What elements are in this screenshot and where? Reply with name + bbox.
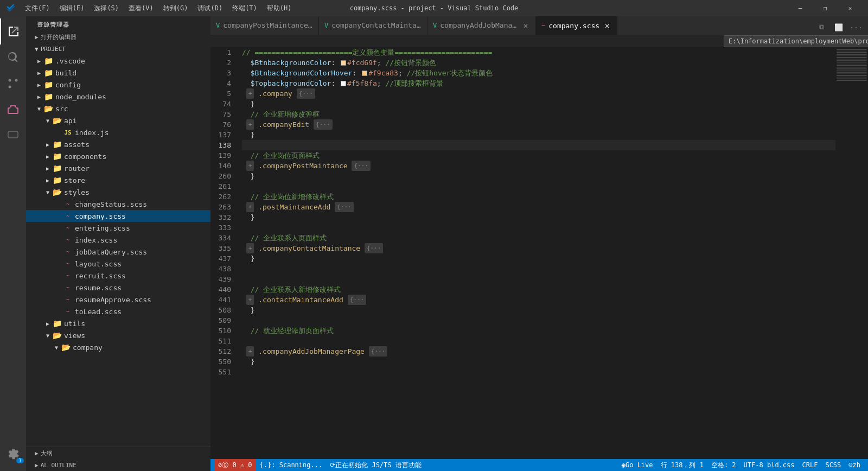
line-number: 2 xyxy=(210,58,238,68)
tab-company-scss[interactable]: ~ company.scss ✕ xyxy=(536,16,617,35)
tree-item-node-modules[interactable]: ▶ 📁 node_modules xyxy=(26,91,210,103)
line-number: 437 xyxy=(210,253,238,264)
code-token: #f9ca83 xyxy=(368,68,398,78)
line-number: 333 xyxy=(210,222,238,233)
line-number: 440 xyxy=(210,284,238,295)
svg-rect-3 xyxy=(8,131,18,138)
al-outline-header[interactable]: ▶ AL OUTLINE xyxy=(26,460,210,471)
menu-help[interactable]: 帮助(H) xyxy=(263,3,296,14)
tree-item-assets[interactable]: ▶ 📁 assets xyxy=(26,138,210,150)
tree-item-company-folder[interactable]: ▼ 📂 company xyxy=(26,341,210,353)
status-initializing[interactable]: ⟳ 正在初始化 JS/TS 语言功能 xyxy=(327,459,425,471)
tree-item-tolead[interactable]: ~ toLead.scss xyxy=(26,305,210,317)
fold-icon[interactable]: + xyxy=(246,295,254,305)
tree-label: build xyxy=(55,69,210,77)
tree-item-jobdataquery[interactable]: ~ jobDataQuery.scss xyxy=(26,246,210,258)
split-editor-button[interactable]: ⧉ xyxy=(814,20,829,35)
activity-search[interactable] xyxy=(0,44,26,71)
tree-item-index-scss[interactable]: ~ index.scss xyxy=(26,234,210,246)
activity-settings[interactable]: 1 xyxy=(0,441,26,467)
tab-company-contact-maintance[interactable]: V companyContactMaintance.vue xyxy=(319,16,427,35)
tree-item-config[interactable]: ▶ 📁 config xyxy=(26,79,210,91)
status-golive[interactable]: ◉ Go Live xyxy=(618,459,656,471)
tree-item-build[interactable]: ▶ 📁 build xyxy=(26,67,210,79)
activity-remote[interactable] xyxy=(0,123,26,149)
tree-item-entering[interactable]: ~ entering.scss xyxy=(26,222,210,234)
tree-item-vscode[interactable]: ▶ 📁 .vscode xyxy=(26,55,210,67)
line-number: 332 xyxy=(210,212,238,222)
tree-item-company-scss[interactable]: ~ company.scss xyxy=(26,210,210,222)
code-content[interactable]: // =======================定义颜色变量========… xyxy=(238,47,835,459)
tab-company-add-job-manager[interactable]: V companyAddJobManagerPage.vue ✕ xyxy=(427,16,536,35)
tree-item-changestatus[interactable]: ~ changeStatus.scss xyxy=(26,198,210,210)
tree-item-views[interactable]: ▼ 📂 views xyxy=(26,329,210,341)
status-scanning[interactable]: {.}: Scanning... xyxy=(257,459,326,471)
tree-item-resume[interactable]: ~ resume.scss xyxy=(26,282,210,294)
open-editors-header[interactable]: ▶ 打开的编辑器 xyxy=(26,31,210,43)
tab-close-icon[interactable]: ✕ xyxy=(521,21,530,30)
tree-item-components[interactable]: ▶ 📁 components xyxy=(26,150,210,162)
menu-select[interactable]: 选择(S) xyxy=(90,3,123,14)
status-position[interactable]: 行 138，列 1 xyxy=(658,459,707,471)
fold-icon[interactable]: + xyxy=(246,202,254,212)
scss-file-icon: ~ xyxy=(63,199,73,209)
tree-item-index-js[interactable]: JS index.js xyxy=(26,126,210,138)
tree-item-layout[interactable]: ~ layout.scss xyxy=(26,258,210,270)
toggle-panel-button[interactable]: ⬜ xyxy=(831,20,846,35)
tree-item-router[interactable]: ▶ 📁 router xyxy=(26,162,210,174)
fold-icon[interactable]: + xyxy=(246,119,254,130)
menu-debug[interactable]: 调试(D) xyxy=(193,3,227,14)
outline-header[interactable]: ▶ 大纲 xyxy=(26,447,210,460)
vscode-logo-icon xyxy=(5,3,16,14)
golive-icon: ◉ xyxy=(622,461,626,469)
tab-company-post-maintance[interactable]: V companyPostMaintance.vue xyxy=(210,16,319,35)
tree-item-styles[interactable]: ▼ 📂 styles xyxy=(26,186,210,198)
menu-goto[interactable]: 转到(G) xyxy=(159,3,193,14)
initializing-text: 正在初始化 JS/TS 语言功能 xyxy=(335,461,422,470)
close-button[interactable]: ✕ xyxy=(838,0,863,16)
more-actions-button[interactable]: ··· xyxy=(848,20,864,35)
tree-label: src xyxy=(55,105,210,113)
code-token: $BtnbackgroundColorHover xyxy=(251,68,353,78)
menu-view[interactable]: 查看(V) xyxy=(124,3,158,14)
code-editor: 1 2 3 4 5 74 75 76 137 138 139 140 260 2… xyxy=(210,47,868,459)
tree-item-resumeapprove[interactable]: ~ resumeApprove.scss xyxy=(26,294,210,305)
tree-item-store[interactable]: ▶ 📁 store xyxy=(26,174,210,186)
status-spaces[interactable]: 空格: 2 xyxy=(708,459,739,471)
fold-icon[interactable]: + xyxy=(246,88,254,99)
status-encoding[interactable]: UTF-8 bld.css xyxy=(741,459,798,471)
minimize-button[interactable]: ─ xyxy=(788,0,813,16)
status-language[interactable]: SCSS xyxy=(822,459,844,471)
code-line-512: + .companyAddJobManagerPage {··· xyxy=(242,346,835,357)
scss-file-icon: ~ xyxy=(63,271,73,281)
project-header[interactable]: ▼ PROJECT xyxy=(26,43,210,55)
status-line-ending[interactable]: CRLF xyxy=(799,459,821,471)
activity-extensions[interactable] xyxy=(0,97,26,123)
tree-item-utils[interactable]: ▶ 📁 utils xyxy=(26,317,210,329)
line-number: 260 xyxy=(210,171,238,181)
status-errors[interactable]: ⊘ ⓪ 0 ⚠ 0 xyxy=(215,459,256,471)
tree-item-recruit[interactable]: ~ recruit.scss xyxy=(26,270,210,282)
activity-git[interactable] xyxy=(0,71,26,97)
line-number: 139 xyxy=(210,150,238,161)
menu-file[interactable]: 文件(F) xyxy=(21,3,54,14)
color-swatch xyxy=(341,81,346,86)
tree-item-src[interactable]: ▼ 📂 src xyxy=(26,103,210,114)
scss-file-icon: ~ xyxy=(63,283,73,292)
code-token: .companyPostMaintance xyxy=(258,161,347,171)
tree-label: config xyxy=(55,81,210,89)
code-line-3: $BtnbackgroundColorHover : #f9ca83 ; //按… xyxy=(242,68,835,78)
fold-content: {··· xyxy=(369,346,388,357)
tree-item-api[interactable]: ▼ 📂 api xyxy=(26,114,210,126)
fold-icon[interactable]: + xyxy=(246,243,254,253)
menu-edit[interactable]: 编辑(E) xyxy=(55,3,89,14)
status-feedback[interactable]: ☺ zh xyxy=(845,459,864,471)
menu-terminal[interactable]: 终端(T) xyxy=(228,3,261,14)
fold-icon[interactable]: + xyxy=(246,346,254,357)
tab-close-icon[interactable]: ✕ xyxy=(603,21,611,30)
fold-icon[interactable]: + xyxy=(246,161,254,171)
activity-explorer[interactable] xyxy=(0,18,26,44)
maximize-button[interactable]: ❐ xyxy=(813,0,838,16)
line-number: 550 xyxy=(210,357,238,367)
tree-label: router xyxy=(64,164,210,173)
